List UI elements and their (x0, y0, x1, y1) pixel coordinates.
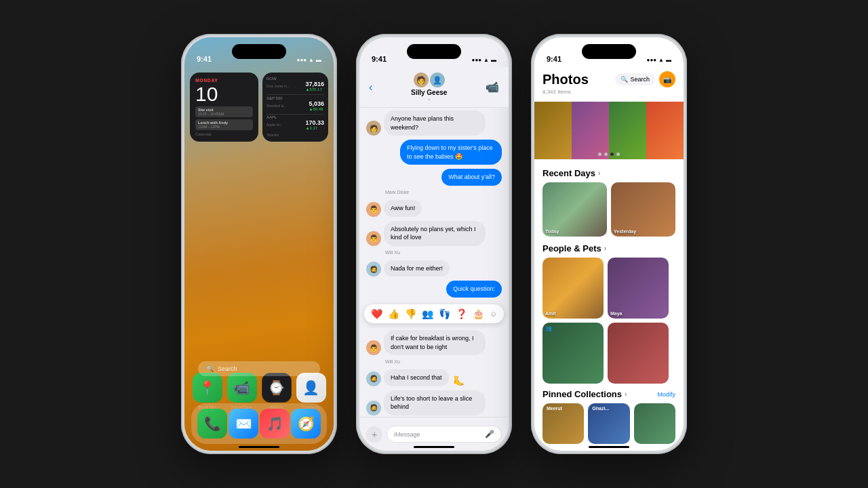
tapback-cake[interactable]: 🎂 (473, 308, 484, 319)
tapback-haha[interactable]: 👥 (422, 308, 433, 319)
dock-mail[interactable]: ✉️ (229, 409, 258, 439)
photos-hero-strip[interactable] (534, 102, 684, 159)
messages-header: ‹ 🧑 👤 Silly Geese ⌄ 📹 (359, 67, 509, 108)
person-card-4[interactable] (608, 323, 669, 384)
message-4: 👨 Aww fun! (366, 200, 502, 217)
dock-music[interactable]: 🎵 (260, 409, 290, 439)
photos-search-button[interactable]: 🔍 Search (615, 73, 655, 85)
sender-avatar-mark: 👨 (366, 202, 381, 217)
search-icon-photos: 🔍 (620, 76, 628, 83)
tapback-question[interactable]: ❓ (456, 308, 467, 319)
bubble-5: Absolutely no plans yet, which I kind of… (384, 221, 486, 246)
tapback-more[interactable]: ☺ (490, 310, 497, 318)
group-info[interactable]: 🧑 👤 Silly Geese ⌄ (411, 73, 447, 102)
recent-days-header[interactable]: Recent Days › (542, 168, 675, 178)
dot-2 (604, 152, 608, 156)
tapback-thumbup[interactable]: 👍 (388, 308, 399, 319)
tapback-thumbdown[interactable]: 👎 (405, 308, 416, 319)
pinned-modify-button[interactable]: Modify (657, 391, 675, 398)
dock-safari[interactable]: 🧭 (291, 409, 321, 439)
imessage-placeholder: iMessage (394, 431, 420, 438)
status-icons-2: ●●● ▲ ▬ (472, 57, 496, 63)
bubble-6: Nada for me either! (384, 260, 450, 277)
message-7: Quick question: (366, 281, 502, 298)
pinned-card-1[interactable]: Meerut (542, 403, 584, 444)
sender-avatar-8: 👨 (366, 340, 381, 355)
person-group-icon: 👥 (545, 325, 552, 331)
photos-user-avatar[interactable]: 📷 (659, 71, 675, 87)
photos-header-right: 🔍 Search 📷 (615, 71, 675, 87)
avatar-1: 🧑 (414, 73, 429, 87)
add-attachment-button[interactable]: + (366, 426, 382, 443)
bubble-9-reaction: 🦶 (453, 375, 465, 386)
recent-days-row: Today Yesterday (542, 182, 675, 237)
search-label: Search (218, 365, 237, 372)
search-icon: 🔍 (206, 365, 214, 372)
tapback-container[interactable]: ❤️ 👍 👎 👥 👣 ❓ 🎂 ☺ (366, 303, 502, 325)
phone-photos: 9:41 ●●● ▲ ▬ Photos 🔍 Search 📷 (531, 34, 687, 454)
group-name: Silly Geese (411, 89, 447, 96)
photos-body: Recent Days › Today Yesterday People & P… (534, 163, 684, 451)
status-time: 9:41 (197, 55, 212, 63)
pinned-label: Pinned Collections (542, 389, 622, 399)
sender-avatar-1: 🧑 (366, 121, 381, 136)
hero-photo-3 (609, 102, 646, 159)
person-card-2[interactable]: Maya (608, 258, 669, 319)
phone-messages: 9:41 ●●● ▲ ▬ ‹ 🧑 👤 Silly Geese ⌄ 📹 (356, 34, 512, 454)
pinned-card-2-label: Ghazi... (588, 403, 629, 413)
message-input-field[interactable]: iMessage 🎤 (387, 426, 502, 443)
calendar-label: Calendar (195, 132, 253, 136)
tapback-heart[interactable]: ❤️ (371, 308, 382, 319)
sender-avatar-9: 🧔 (366, 371, 381, 386)
status-time-3: 9:41 (547, 55, 561, 63)
person-label-amit: Amit (545, 311, 601, 316)
pinned-title: Pinned Collections › (542, 389, 627, 399)
day-card-today[interactable]: Today (542, 182, 607, 237)
people-pets-title: People & Pets › (542, 243, 606, 253)
sender-will-2: Will Xu (366, 359, 502, 364)
dot-3-active (610, 152, 614, 156)
stocks-widget[interactable]: DOW Dow Jones In... 37,816 ▲570.17 S&P 5… (262, 73, 328, 142)
photos-title: Photos (542, 72, 589, 87)
dock-phone[interactable]: 📞 (197, 409, 227, 439)
pinned-card-2[interactable]: Ghazi... (588, 403, 629, 444)
search-bar[interactable]: 🔍 Search (198, 361, 320, 376)
video-call-button[interactable]: 📹 (486, 81, 499, 94)
tapback-exclaim[interactable]: 👣 (439, 308, 450, 319)
calendar-event-1: Site visit 10:15 – 10:45AM (195, 106, 253, 117)
stock-sp500: S&P 500 Standard &... 5,036 ▲80.48 (267, 96, 324, 111)
stock-dow: DOW Dow Jones In... 37,816 ▲570.17 (267, 77, 324, 92)
recent-days-title: Recent Days › (542, 168, 600, 178)
people-chevron: › (604, 245, 606, 252)
pinned-card-3[interactable] (634, 403, 675, 444)
stock-aapl: AAPL Apple Inc. 170.33 ▲3.17 (267, 115, 324, 130)
bubble-4: Aww fun! (384, 200, 422, 217)
bubble-8: If cake for breakfast is wrong, I don't … (384, 330, 486, 355)
photos-title-row: Photos 🔍 Search 📷 (542, 71, 675, 87)
event-1-time: 10:15 – 10:45AM (198, 112, 250, 116)
home-indicator-3 (589, 446, 629, 448)
dot-4 (616, 152, 620, 156)
contacts-icon: 👤 (302, 380, 319, 396)
bubble-7: Quick question: (446, 281, 502, 298)
person-card-3[interactable]: 👥 (542, 323, 604, 384)
wifi-icon-2: ▲ (484, 57, 489, 63)
facetime-icon: 📹 (233, 380, 250, 396)
status-icons: ●●● ▲ ▬ (297, 57, 321, 63)
people-pets-header[interactable]: People & Pets › (542, 243, 675, 253)
widgets-row: MONDAY 10 Site visit 10:15 – 10:45AM Lun… (190, 73, 328, 142)
back-button[interactable]: ‹ (369, 81, 372, 94)
tapback-bar[interactable]: ❤️ 👍 👎 👥 👣 ❓ 🎂 ☺ (364, 304, 504, 323)
calendar-widget[interactable]: MONDAY 10 Site visit 10:15 – 10:45AM Lun… (190, 73, 258, 142)
home-indicator (239, 446, 279, 448)
message-1: 🧑 Anyone have plans this weekend? (366, 110, 502, 136)
messages-body[interactable]: 🧑 Anyone have plans this weekend? Flying… (359, 105, 509, 417)
person-card-1[interactable]: Amit (542, 258, 604, 319)
battery-icon-3: ▬ (666, 57, 671, 63)
safari-icon: 🧭 (298, 415, 315, 432)
findmy-icon: 📍 (199, 380, 216, 396)
day-card-yesterday[interactable]: Yesterday (611, 182, 675, 237)
signal-icon-3: ●●● (647, 57, 657, 63)
mic-icon[interactable]: 🎤 (485, 430, 494, 439)
pinned-collections-header[interactable]: Pinned Collections › Modify (542, 389, 675, 399)
